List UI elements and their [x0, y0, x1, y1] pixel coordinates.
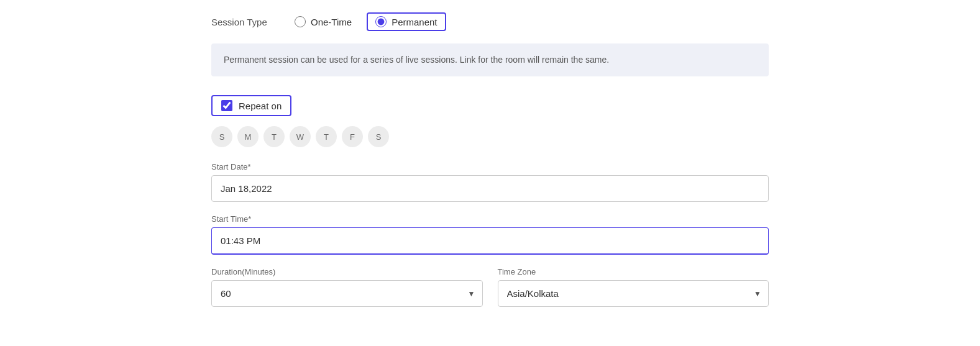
radio-one-time-label: One-Time: [311, 17, 352, 27]
duration-label: Duration(Minutes): [211, 267, 483, 276]
timezone-group: Time Zone Asia/Kolkata Asia/Tokyo Americ…: [498, 267, 769, 307]
repeat-on-label: Repeat on: [239, 101, 282, 111]
repeat-on-checkbox-wrapper[interactable]: Repeat on: [211, 95, 291, 116]
radio-permanent-input[interactable]: [375, 16, 387, 27]
radio-permanent-label: Permanent: [392, 17, 437, 27]
duration-timezone-row: Duration(Minutes) 30 45 60 90 120 ▼ Time…: [211, 267, 769, 319]
start-time-group: Start Time*: [211, 214, 769, 255]
start-date-label: Start Date*: [211, 162, 769, 171]
repeat-on-checkbox[interactable]: [221, 100, 232, 111]
day-friday[interactable]: F: [342, 126, 363, 147]
duration-select-wrapper: 30 45 60 90 120 ▼: [211, 280, 483, 307]
info-banner-text: Permanent session can be used for a seri…: [224, 55, 609, 65]
start-time-label: Start Time*: [211, 214, 769, 224]
duration-select[interactable]: 30 45 60 90 120: [211, 280, 483, 307]
start-date-group: Start Date*: [211, 162, 769, 202]
radio-permanent[interactable]: Permanent: [367, 12, 446, 31]
timezone-label: Time Zone: [498, 267, 769, 276]
repeat-on-row: Repeat on: [211, 95, 769, 116]
session-type-label: Session Type: [211, 17, 280, 27]
day-tuesday[interactable]: T: [263, 126, 285, 147]
day-saturday[interactable]: S: [368, 126, 389, 147]
radio-one-time-input[interactable]: [295, 16, 306, 27]
page-container: Session Type One-Time Permanent Permanen…: [0, 0, 980, 344]
day-wednesday[interactable]: W: [290, 126, 311, 147]
duration-group: Duration(Minutes) 30 45 60 90 120 ▼: [211, 267, 483, 307]
day-sunday[interactable]: S: [211, 126, 232, 147]
info-banner: Permanent session can be used for a seri…: [211, 43, 769, 76]
days-row: S M T W T F S: [211, 126, 769, 147]
start-date-input[interactable]: [211, 175, 769, 202]
session-type-row: Session Type One-Time Permanent: [211, 12, 769, 31]
start-time-input[interactable]: [211, 227, 769, 255]
timezone-select-wrapper: Asia/Kolkata Asia/Tokyo America/New_York…: [498, 280, 769, 307]
timezone-select[interactable]: Asia/Kolkata Asia/Tokyo America/New_York…: [498, 280, 769, 307]
day-thursday[interactable]: T: [316, 126, 337, 147]
radio-one-time[interactable]: One-Time: [295, 16, 352, 27]
day-monday[interactable]: M: [237, 126, 259, 147]
